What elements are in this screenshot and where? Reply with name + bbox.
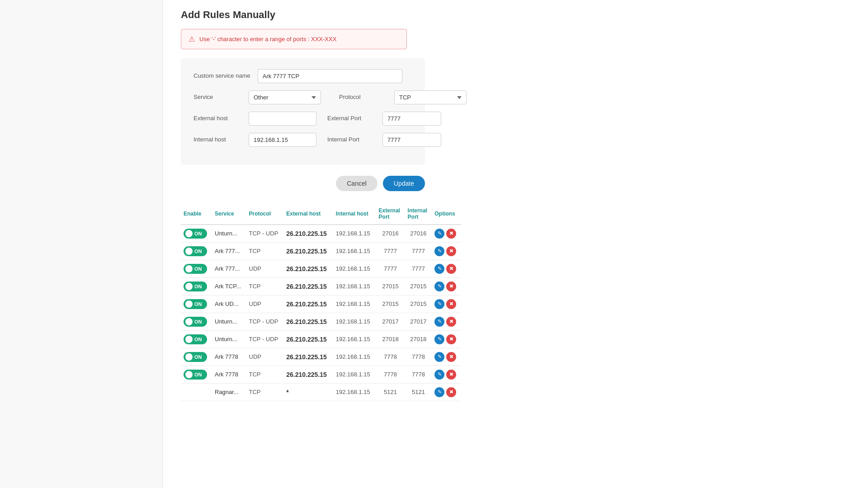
cancel-button[interactable]: Cancel: [336, 176, 377, 191]
td-enable: [181, 383, 212, 401]
td-options: ✎ ✖: [432, 313, 461, 330]
table-row: ONUnturn...TCP - UDP26.210.225.15192.168…: [181, 330, 461, 348]
ext-host-group: External host: [193, 112, 316, 126]
td-protocol: UDP: [246, 260, 284, 277]
external-host-value: 26.210.225.15: [286, 265, 327, 272]
external-host-label: External host: [193, 115, 243, 122]
service-select[interactable]: Other HTTP HTTPS FTP SSH: [249, 90, 321, 104]
external-host-value: 26.210.225.15: [286, 371, 327, 378]
toggle-on[interactable]: ON: [184, 264, 207, 274]
edit-button[interactable]: ✎: [434, 282, 444, 291]
edit-button[interactable]: ✎: [434, 317, 444, 327]
td-enable: ON: [181, 242, 212, 260]
delete-button[interactable]: ✖: [446, 334, 456, 344]
options-icons: ✎ ✖: [434, 370, 458, 380]
td-external-host: 26.210.225.15: [283, 366, 333, 383]
internal-port-input[interactable]: [382, 133, 441, 147]
td-external-port: 5121: [376, 383, 405, 401]
td-external-host: 26.210.225.15: [283, 260, 333, 277]
td-external-host: 26.210.225.15: [283, 348, 333, 366]
td-enable: ON: [181, 225, 212, 243]
td-external-port: 7778: [376, 366, 405, 383]
edit-button[interactable]: ✎: [434, 246, 444, 256]
table-body: ONUnturn...TCP - UDP26.210.225.15192.168…: [181, 225, 461, 401]
external-host-row: External host External Port: [193, 112, 412, 126]
td-external-host: 26.210.225.15: [283, 313, 333, 330]
edit-button[interactable]: ✎: [434, 370, 444, 380]
td-internal-port: 5121: [405, 383, 432, 401]
toggle-on[interactable]: ON: [184, 317, 207, 327]
rules-table: Enable Service Protocol External host In…: [181, 204, 461, 401]
td-internal-host: 192.168.1.15: [333, 225, 376, 243]
internal-host-label: Internal host: [193, 136, 243, 144]
td-enable: ON: [181, 295, 212, 313]
edit-button[interactable]: ✎: [434, 387, 444, 397]
edit-button[interactable]: ✎: [434, 229, 444, 239]
td-external-host: *: [283, 383, 333, 401]
td-internal-host: 192.168.1.15: [333, 260, 376, 277]
edit-button[interactable]: ✎: [434, 299, 444, 309]
td-service: Ragnar...: [212, 383, 246, 401]
td-service: Ark 777...: [212, 260, 246, 277]
toggle-on[interactable]: ON: [184, 299, 207, 309]
td-service: Ark 7778: [212, 348, 246, 366]
external-port-input[interactable]: [382, 112, 441, 126]
td-options: ✎ ✖: [432, 295, 461, 313]
external-port-label: External Port: [327, 115, 377, 122]
toggle-on[interactable]: ON: [184, 334, 207, 344]
delete-button[interactable]: ✖: [446, 264, 456, 274]
toggle-on[interactable]: ON: [184, 370, 207, 380]
toggle-on[interactable]: ON: [184, 246, 207, 256]
td-external-port: 7777: [376, 260, 405, 277]
td-internal-port: 27015: [405, 277, 432, 295]
td-enable: ON: [181, 348, 212, 366]
table-row: ONArk 777...TCP26.210.225.15192.168.1.15…: [181, 242, 461, 260]
td-internal-port: 7777: [405, 260, 432, 277]
update-button[interactable]: Update: [383, 176, 425, 191]
edit-button[interactable]: ✎: [434, 334, 444, 344]
td-protocol: TCP: [246, 383, 284, 401]
external-host-value: *: [286, 389, 288, 396]
td-enable: ON: [181, 366, 212, 383]
delete-button[interactable]: ✖: [446, 387, 456, 397]
td-protocol: TCP - UDP: [246, 225, 284, 243]
external-host-input[interactable]: [249, 112, 316, 126]
delete-button[interactable]: ✖: [446, 246, 456, 256]
internal-host-input[interactable]: [249, 133, 316, 147]
td-service: Unturn...: [212, 330, 246, 348]
td-internal-host: 192.168.1.15: [333, 366, 376, 383]
td-options: ✎ ✖: [432, 225, 461, 243]
delete-button[interactable]: ✖: [446, 370, 456, 380]
toggle-on[interactable]: ON: [184, 352, 207, 362]
options-icons: ✎ ✖: [434, 317, 458, 327]
options-icons: ✎ ✖: [434, 334, 458, 344]
external-host-value: 26.210.225.15: [286, 230, 327, 237]
td-internal-host: 192.168.1.15: [333, 277, 376, 295]
delete-button[interactable]: ✖: [446, 352, 456, 362]
td-external-host: 26.210.225.15: [283, 277, 333, 295]
td-options: ✎ ✖: [432, 242, 461, 260]
protocol-select[interactable]: TCP UDP TCP - UDP ICMP: [394, 90, 467, 104]
ext-port-group: External Port: [327, 112, 441, 126]
edit-button[interactable]: ✎: [434, 352, 444, 362]
td-internal-port: 27015: [405, 295, 432, 313]
options-icons: ✎ ✖: [434, 264, 458, 274]
td-protocol: TCP - UDP: [246, 330, 284, 348]
toggle-on[interactable]: ON: [184, 282, 207, 291]
delete-button[interactable]: ✖: [446, 282, 456, 291]
td-service: Ark UD...: [212, 295, 246, 313]
edit-button[interactable]: ✎: [434, 264, 444, 274]
td-service: Ark 7778: [212, 366, 246, 383]
delete-button[interactable]: ✖: [446, 229, 456, 239]
delete-button[interactable]: ✖: [446, 317, 456, 327]
service-group: Service Other HTTP HTTPS FTP SSH: [193, 90, 321, 104]
external-host-value: 26.210.225.15: [286, 353, 327, 361]
delete-button[interactable]: ✖: [446, 299, 456, 309]
td-internal-port: 27018: [405, 330, 432, 348]
th-internal-port: InternalPort: [405, 204, 432, 225]
custom-service-name-input[interactable]: [258, 69, 402, 83]
td-external-port: 27017: [376, 313, 405, 330]
td-enable: ON: [181, 330, 212, 348]
custom-service-label: Custom service name: [193, 72, 250, 80]
toggle-on[interactable]: ON: [184, 229, 207, 239]
